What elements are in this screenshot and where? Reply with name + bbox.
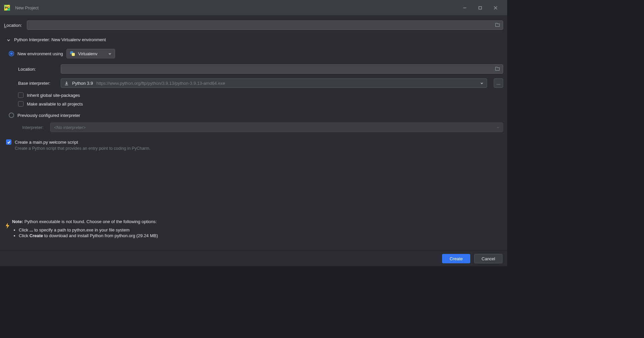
inherit-packages-label: Inherit global site-packages — [27, 93, 80, 98]
prev-interpreter-radio[interactable] — [9, 113, 14, 118]
interpreter-value: <No interpreter> — [54, 125, 86, 130]
close-button[interactable] — [488, 0, 503, 15]
project-location-input[interactable] — [27, 20, 503, 30]
maximize-button[interactable] — [472, 0, 488, 15]
inherit-packages-checkbox[interactable] — [18, 92, 23, 98]
base-interpreter-label: Base interpreter: — [18, 81, 56, 86]
download-icon — [64, 81, 69, 85]
prev-interpreter-label: Previously configured interpreter — [17, 113, 80, 118]
titlebar: PC New Project — [0, 0, 507, 16]
bolt-icon — [5, 222, 10, 230]
welcome-script-checkbox[interactable] — [6, 139, 11, 145]
create-button[interactable]: Create — [442, 254, 470, 263]
env-location-input[interactable] — [61, 64, 503, 74]
chevron-down-icon — [496, 125, 499, 130]
interpreter-field-label: Interpreter: — [22, 125, 45, 130]
folder-icon[interactable] — [495, 66, 500, 72]
chevron-down-icon — [108, 51, 111, 56]
note-bullet-1: Click ... to specify a path to python.ex… — [19, 227, 502, 232]
window-title: New Project — [15, 5, 39, 10]
env-tool-dropdown[interactable]: Virtualenv — [66, 49, 115, 58]
new-env-radio[interactable] — [9, 51, 14, 56]
new-env-label: New environment using — [17, 51, 63, 56]
cancel-button[interactable]: Cancel — [474, 254, 502, 263]
folder-icon[interactable] — [495, 22, 500, 28]
note-text: Note: Python executable is not found. Ch… — [12, 219, 502, 224]
make-available-label: Make available to all projects — [27, 102, 83, 107]
welcome-script-label: Create a main.py welcome script — [15, 140, 78, 145]
chevron-down-icon — [7, 38, 11, 42]
minimize-button[interactable] — [457, 0, 472, 15]
env-location-label: Location: — [18, 67, 56, 72]
interpreter-select: <No interpreter> — [50, 123, 503, 132]
location-label: LLocation:ocation: — [4, 23, 22, 28]
python-icon — [70, 51, 75, 56]
dialog-footer: Create Cancel — [0, 251, 507, 266]
browse-interpreter-button[interactable]: … — [494, 78, 503, 88]
app-icon: PC — [4, 5, 10, 11]
interpreter-section-toggle[interactable]: Python Interpreter: New Virtualenv envir… — [7, 37, 503, 42]
base-interpreter-select[interactable]: Python 3.9 https://www.python.org/ftp/py… — [61, 78, 487, 88]
note-bullet-2: Click Create to download and install Pyt… — [19, 233, 502, 238]
env-tool-value: Virtualenv — [78, 51, 98, 56]
interpreter-section-header: Python Interpreter: New Virtualenv envir… — [14, 37, 106, 42]
base-interpreter-name: Python 3.9 — [72, 81, 93, 86]
chevron-down-icon — [480, 81, 483, 86]
svg-marker-5 — [6, 223, 9, 229]
svg-rect-1 — [479, 6, 481, 9]
base-interpreter-url: https://www.python.org/ftp/python/3.9.13… — [96, 81, 225, 86]
welcome-script-description: Create a Python script that provides an … — [15, 146, 503, 151]
make-available-checkbox[interactable] — [18, 101, 23, 107]
